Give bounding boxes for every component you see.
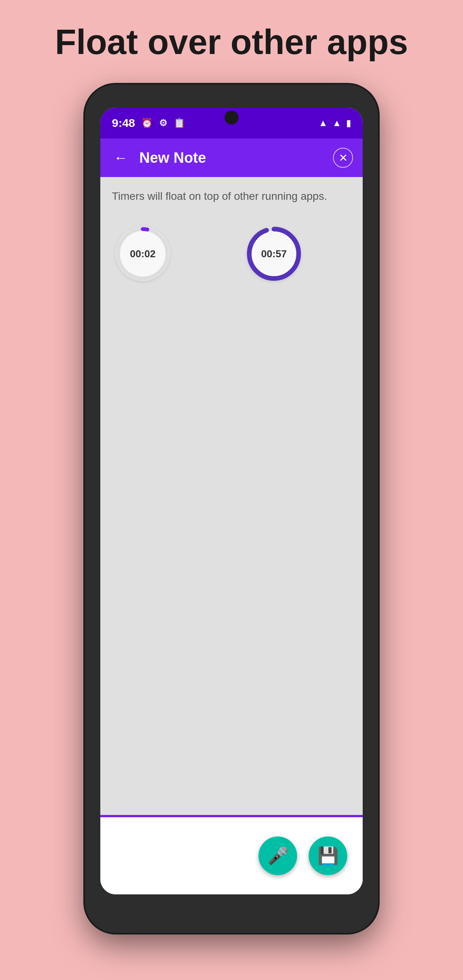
app-title: New Note [139,150,333,166]
bottom-area: 🎤 💾 [100,815,363,894]
page-headline: Float over other apps [0,23,463,61]
phone-screen: 9:48 ⏰ ⚙ 📋 ▲ ▲ ▮ ← New Note ✕ Timers wil… [100,108,363,894]
app-bar: ← New Note ✕ [100,138,363,177]
status-time: 9:48 [112,116,135,130]
timers-container: 00:02 00:57 [112,219,351,288]
save-button[interactable]: 💾 [309,837,347,875]
timer-1[interactable]: 00:02 [116,227,170,281]
bottom-buttons: 🎤 💾 [100,817,363,894]
battery-icon: ▮ [346,118,351,128]
phone-frame: 9:48 ⏰ ⚙ 📋 ▲ ▲ ▮ ← New Note ✕ Timers wil… [85,84,378,933]
camera-notch [225,111,238,125]
mic-icon: 🎤 [267,846,289,866]
timer1-circle: 00:02 [116,227,170,281]
hint-text: Timers will float on top of other runnin… [112,189,351,204]
wifi-icon: ▲ [318,118,328,128]
clipboard-icon: 📋 [174,118,185,128]
timer2-circle: 00:57 [247,227,301,281]
timer1-time: 00:02 [130,248,156,260]
save-icon: 💾 [318,846,339,866]
status-left: 9:48 ⏰ ⚙ 📋 [112,116,185,130]
back-button[interactable]: ← [110,147,132,169]
status-right: ▲ ▲ ▮ [318,118,351,128]
timer-2[interactable]: 00:57 [247,227,301,281]
settings-icon: ⚙ [159,118,167,128]
alarm-icon: ⏰ [141,118,153,128]
content-area: Timers will float on top of other runnin… [100,177,363,815]
close-button[interactable]: ✕ [333,148,353,168]
timer2-time: 00:57 [261,248,287,260]
mic-button[interactable]: 🎤 [259,837,297,875]
signal-icon: ▲ [332,118,341,128]
